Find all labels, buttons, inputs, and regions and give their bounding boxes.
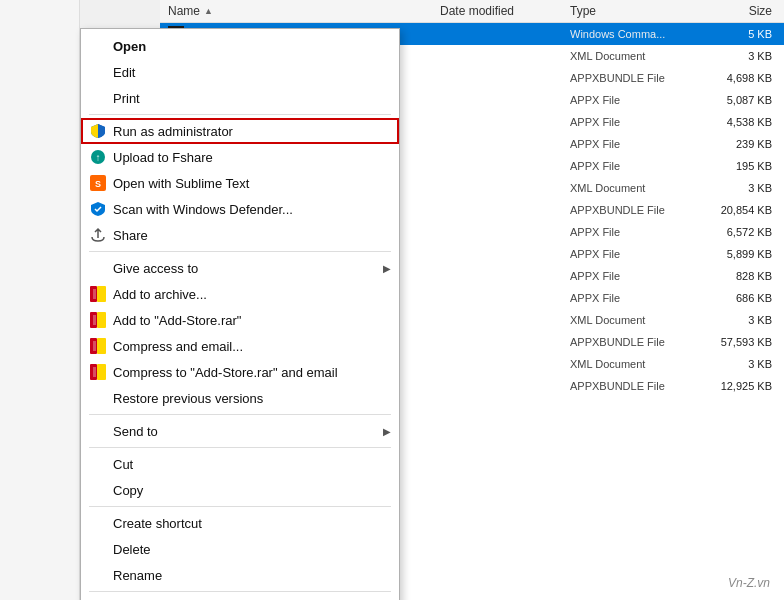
menu-item-add-archive[interactable]: Add to archive... (81, 281, 399, 307)
menu-item-create-shortcut[interactable]: Create shortcut (81, 510, 399, 536)
menu-item-send-to[interactable]: Send to ▶ (81, 418, 399, 444)
file-size: 4,698 KB (700, 72, 780, 84)
upload-icon: ↑ (89, 148, 107, 166)
menu-item-label: Compress and email... (113, 339, 243, 354)
winrar-icon (89, 337, 107, 355)
file-type: APPXBUNDLE File (570, 72, 700, 84)
menu-item-label: Run as administrator (113, 124, 233, 139)
menu-separator (89, 114, 391, 115)
left-nav-panel (0, 0, 80, 600)
file-size: 239 KB (700, 138, 780, 150)
menu-item-give-access[interactable]: Give access to ▶ (81, 255, 399, 281)
file-size: 195 KB (700, 160, 780, 172)
menu-item-cut[interactable]: Cut (81, 451, 399, 477)
file-size: 5,899 KB (700, 248, 780, 260)
file-type: XML Document (570, 314, 700, 326)
menu-item-label: Add to "Add-Store.rar" (113, 313, 241, 328)
file-type: APPXBUNDLE File (570, 204, 700, 216)
menu-item-open-sublime[interactable]: S Open with Sublime Text (81, 170, 399, 196)
file-type: APPX File (570, 226, 700, 238)
svg-rect-5 (97, 286, 106, 302)
share-icon (89, 226, 107, 244)
winrar-icon (89, 311, 107, 329)
menu-item-label: Create shortcut (113, 516, 202, 531)
file-type: APPX File (570, 116, 700, 128)
menu-icon-empty (89, 63, 107, 81)
file-size: 20,854 KB (700, 204, 780, 216)
menu-item-label: Delete (113, 542, 151, 557)
menu-item-edit[interactable]: Edit (81, 59, 399, 85)
file-size: 12,925 KB (700, 380, 780, 392)
col-header-size[interactable]: Size (700, 4, 780, 18)
menu-icon-empty (89, 540, 107, 558)
menu-icon-empty (89, 259, 107, 277)
menu-item-delete[interactable]: Delete (81, 536, 399, 562)
file-type: APPX File (570, 248, 700, 260)
menu-separator (89, 591, 391, 592)
menu-item-label: Cut (113, 457, 133, 472)
submenu-arrow-icon: ▶ (383, 426, 391, 437)
col-header-name[interactable]: Name ▲ (160, 4, 440, 18)
svg-rect-8 (97, 312, 106, 328)
menu-item-label: Add to archive... (113, 287, 207, 302)
file-type: XML Document (570, 358, 700, 370)
menu-item-label: Edit (113, 65, 135, 80)
menu-item-label: Send to (113, 424, 158, 439)
menu-item-label: Restore previous versions (113, 391, 263, 406)
file-size: 57,593 KB (700, 336, 780, 348)
file-size: 3 KB (700, 182, 780, 194)
file-size: 3 KB (700, 314, 780, 326)
uac-shield-icon (89, 122, 107, 140)
menu-item-rename[interactable]: Rename (81, 562, 399, 588)
column-headers: Name ▲ Date modified Type Size (160, 0, 784, 23)
file-type: APPX File (570, 138, 700, 150)
svg-rect-12 (93, 341, 96, 351)
menu-item-print[interactable]: Print (81, 85, 399, 111)
menu-item-restore[interactable]: Restore previous versions (81, 385, 399, 411)
menu-item-label: Rename (113, 568, 162, 583)
menu-item-label: Share (113, 228, 148, 243)
menu-item-scan-defender[interactable]: Scan with Windows Defender... (81, 196, 399, 222)
svg-rect-15 (93, 367, 96, 377)
col-header-type[interactable]: Type (570, 4, 700, 18)
file-size: 3 KB (700, 358, 780, 370)
menu-icon-empty (89, 422, 107, 440)
menu-icon-empty (89, 514, 107, 532)
sublime-icon: S (89, 174, 107, 192)
menu-item-label: Scan with Windows Defender... (113, 202, 293, 217)
menu-item-label: Print (113, 91, 140, 106)
sort-arrow-icon: ▲ (204, 6, 213, 16)
svg-rect-11 (97, 338, 106, 354)
submenu-arrow-icon: ▶ (383, 263, 391, 274)
menu-item-copy[interactable]: Copy (81, 477, 399, 503)
menu-item-label: Upload to Fshare (113, 150, 213, 165)
file-type: XML Document (570, 50, 700, 62)
menu-item-add-rar[interactable]: Add to "Add-Store.rar" (81, 307, 399, 333)
svg-text:S: S (95, 179, 101, 189)
context-menu: Open Edit Print Run as administrator ↑ U… (80, 28, 400, 600)
menu-item-share[interactable]: Share (81, 222, 399, 248)
svg-rect-9 (93, 315, 96, 325)
menu-item-compress-email[interactable]: Compress and email... (81, 333, 399, 359)
file-size: 828 KB (700, 270, 780, 282)
file-type: APPX File (570, 94, 700, 106)
menu-separator (89, 506, 391, 507)
svg-rect-6 (93, 289, 96, 299)
file-type: Windows Comma... (570, 28, 700, 40)
menu-icon-empty (89, 455, 107, 473)
watermark: Vn-Z.vn (728, 576, 770, 590)
file-type: APPXBUNDLE File (570, 336, 700, 348)
menu-item-compress-rar-email[interactable]: Compress to "Add-Store.rar" and email (81, 359, 399, 385)
col-header-date[interactable]: Date modified (440, 4, 570, 18)
menu-item-label: Open with Sublime Text (113, 176, 249, 191)
menu-item-run-as-admin[interactable]: Run as administrator (81, 118, 399, 144)
file-size: 3 KB (700, 50, 780, 62)
menu-item-open[interactable]: Open (81, 33, 399, 59)
file-size: 4,538 KB (700, 116, 780, 128)
menu-icon-empty (89, 89, 107, 107)
defender-icon (89, 200, 107, 218)
menu-item-properties[interactable]: Properties (81, 595, 399, 600)
file-size: 5,087 KB (700, 94, 780, 106)
menu-item-upload[interactable]: ↑ Upload to Fshare (81, 144, 399, 170)
menu-icon-empty (89, 566, 107, 584)
